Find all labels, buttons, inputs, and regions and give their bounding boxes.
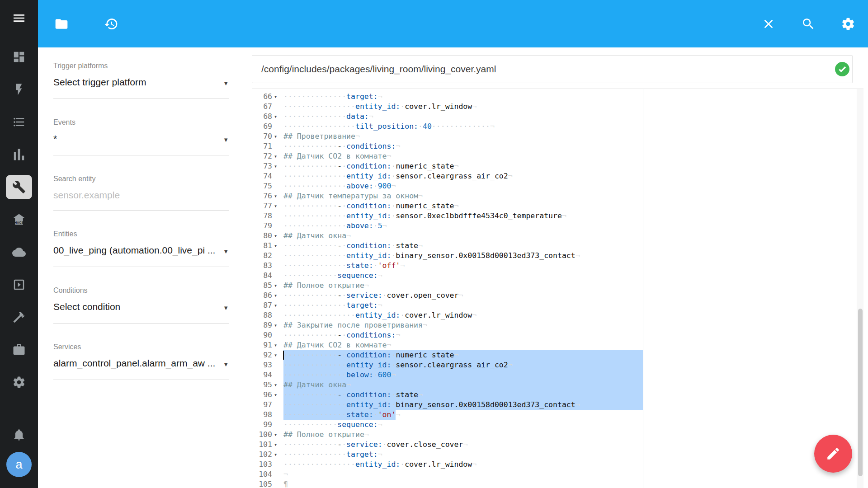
sidebar-item-file-editor[interactable] — [0, 171, 38, 203]
menu-button[interactable] — [0, 9, 38, 27]
fold-arrow-icon[interactable]: ▾ — [272, 300, 283, 310]
fold-arrow-icon[interactable]: ▾ — [272, 320, 283, 330]
code-line-86[interactable]: 86▾············-·service:·cover.open_cov… — [252, 291, 863, 300]
user-avatar[interactable]: a — [6, 452, 32, 477]
fold-arrow-icon[interactable]: ▾ — [272, 201, 283, 211]
field-entities: Entities00_live_ping (automation.00_live… — [53, 230, 229, 267]
code-line-97[interactable]: 97··············entity_id:·binary_sensor… — [252, 400, 863, 410]
folder-button[interactable] — [54, 17, 69, 31]
code-line-85[interactable]: 85▾## Полное открытие¬ — [252, 281, 863, 291]
code-line-77[interactable]: 77▾············-·condition:·numeric_stat… — [252, 201, 863, 211]
topbar-right — [761, 17, 855, 31]
code-line-96[interactable]: 96▾············-·condition:·state¬ — [252, 390, 863, 400]
fold-arrow-icon[interactable]: ▾ — [272, 390, 283, 400]
code-line-79[interactable]: 79··············above:·5¬ — [252, 221, 863, 231]
fold-arrow-icon[interactable]: ▾ — [272, 231, 283, 241]
fold-arrow-icon[interactable]: ▾ — [272, 281, 283, 291]
fold-arrow-icon[interactable]: ▾ — [272, 340, 283, 350]
bell-icon — [13, 428, 25, 441]
code-line-100[interactable]: 100▾## Полное открытие¬ — [252, 430, 863, 440]
code-line-66[interactable]: 66▾··············target:¬ — [252, 92, 863, 102]
sidebar-item-developer-tools[interactable] — [0, 301, 38, 333]
line-number: 79 — [252, 221, 272, 231]
fold-arrow-icon[interactable]: ▾ — [272, 161, 283, 171]
sidebar-item-dashboard[interactable] — [0, 41, 38, 73]
code-line-104[interactable]: 104¬ — [252, 469, 863, 479]
code-editor[interactable]: 66▾··············target:¬67·············… — [252, 89, 863, 488]
code-line-78[interactable]: 78··············entity_id:·sensor.0xec1b… — [252, 211, 863, 221]
search-button[interactable] — [801, 17, 816, 31]
sidebar-item-logbook[interactable] — [0, 106, 38, 138]
code-line-71[interactable]: 71············-·conditions:¬ — [252, 141, 863, 151]
code-line-92[interactable]: 92▾············-·condition:·numeric_stat… — [252, 350, 863, 360]
fold-arrow-icon[interactable]: ▾ — [272, 92, 283, 102]
fold-spacer — [272, 400, 283, 410]
code-line-74[interactable]: 74··············entity_id:·sensor.clearg… — [252, 171, 863, 181]
code-line-98[interactable]: 98··············state:·'on'¬ — [252, 410, 863, 420]
fold-arrow-icon[interactable]: ▾ — [272, 291, 283, 300]
notifications-button[interactable] — [0, 425, 38, 445]
sidebar-item-settings[interactable] — [0, 366, 38, 399]
code-line-103[interactable]: 103················entity_id:·cover.lr_w… — [252, 460, 863, 469]
fold-arrow-icon[interactable]: ▾ — [272, 440, 283, 450]
fold-arrow-icon[interactable]: ▾ — [272, 450, 283, 460]
sidebar-item-cloud[interactable] — [0, 236, 38, 268]
code-line-73[interactable]: 73▾············-·condition:·numeric_stat… — [252, 161, 863, 171]
svg-text:HACS: HACS — [14, 221, 24, 224]
code-line-82[interactable]: 82··············entity_id:·binary_sensor… — [252, 251, 863, 261]
line-number: 92 — [252, 350, 272, 360]
field-select-trigger-platforms[interactable]: Select trigger platform▼ — [53, 76, 229, 99]
code-line-102[interactable]: 102▾··············target:¬ — [252, 450, 863, 460]
code-line-87[interactable]: 87▾··············target:¬ — [252, 300, 863, 310]
sidebar-item-hacs[interactable]: HACS — [0, 203, 38, 236]
code-line-84[interactable]: 84············sequence:¬ — [252, 271, 863, 281]
code-line-99[interactable]: 99············sequence:¬ — [252, 420, 863, 430]
field-select-entities[interactable]: 00_live_ping (automation.00_live_pi ...▼ — [53, 244, 229, 267]
code-line-91[interactable]: 91▾## Датчик CO2 в комнате¬ — [252, 340, 863, 350]
code-line-88[interactable]: 88················entity_id:·cover.lr_wi… — [252, 310, 863, 320]
code-line-70[interactable]: 70▾## Проветривание¬ — [252, 131, 863, 141]
fold-arrow-icon[interactable]: ▾ — [272, 430, 283, 440]
sidebar-item-energy[interactable] — [0, 73, 38, 106]
line-number: 90 — [252, 330, 272, 340]
field-select-events[interactable]: *▼ — [53, 133, 229, 155]
field-select-conditions[interactable]: Select condition▼ — [53, 301, 229, 324]
sidebar-item-media[interactable] — [0, 268, 38, 301]
settings-button[interactable] — [841, 17, 855, 31]
editor-scrollbar[interactable] — [857, 89, 863, 488]
code-line-83[interactable]: 83··············state:·'off'¬ — [252, 261, 863, 271]
code-line-93[interactable]: 93··············entity_id:·sensor.clearg… — [252, 360, 863, 370]
fold-arrow-icon[interactable]: ▾ — [272, 380, 283, 390]
fold-arrow-icon[interactable]: ▾ — [272, 151, 283, 161]
edit-fab[interactable] — [814, 435, 852, 473]
fold-arrow-icon[interactable]: ▾ — [272, 131, 283, 141]
fold-arrow-icon[interactable]: ▾ — [272, 191, 283, 201]
code-line-69[interactable]: 69················tilt_position:·40·····… — [252, 122, 863, 131]
editor-panel: /config/includes/packages/living_room/li… — [238, 47, 868, 488]
dropdown-caret-icon: ▼ — [223, 302, 229, 314]
code-line-94[interactable]: 94··············below:·600¬ — [252, 370, 863, 380]
history-button[interactable] — [104, 17, 118, 31]
fold-arrow-icon[interactable]: ▾ — [272, 350, 283, 360]
field-search-entity: Search entitysensor.example — [53, 174, 229, 211]
code-line-72[interactable]: 72▾## Датчик CO2 в комнате¬ — [252, 151, 863, 161]
code-line-101[interactable]: 101▾············-·service:·cover.close_c… — [252, 440, 863, 450]
code-line-68[interactable]: 68▾··············data:¬ — [252, 112, 863, 122]
field-input-search-entity[interactable]: sensor.example — [53, 189, 229, 211]
fold-arrow-icon[interactable]: ▾ — [272, 241, 283, 251]
code-line-67[interactable]: 67················entity_id:·cover.lr_wi… — [252, 102, 863, 112]
code-line-75[interactable]: 75··············above:·900¬ — [252, 181, 863, 191]
scrollbar-thumb[interactable] — [858, 309, 863, 476]
code-line-80[interactable]: 80▾## Датчик окна¬ — [252, 231, 863, 241]
sidebar-item-supervisor[interactable] — [0, 333, 38, 366]
code-line-89[interactable]: 89▾## Закрытие после проветривания¬ — [252, 320, 863, 330]
sidebar-item-history[interactable] — [0, 138, 38, 171]
code-line-90[interactable]: 90············-·conditions:¬ — [252, 330, 863, 340]
code-line-81[interactable]: 81▾············-·condition:·state¬ — [252, 241, 863, 251]
code-line-105[interactable]: 105¶ — [252, 479, 863, 488]
field-select-services[interactable]: alarm_control_panel.alarm_arm_aw ...▼ — [53, 357, 229, 380]
code-line-95[interactable]: 95▾## Датчик окна¬ — [252, 380, 863, 390]
close-button[interactable] — [761, 17, 776, 31]
code-line-76[interactable]: 76▾## Датчик температуры за окном¬ — [252, 191, 863, 201]
fold-arrow-icon[interactable]: ▾ — [272, 112, 283, 122]
